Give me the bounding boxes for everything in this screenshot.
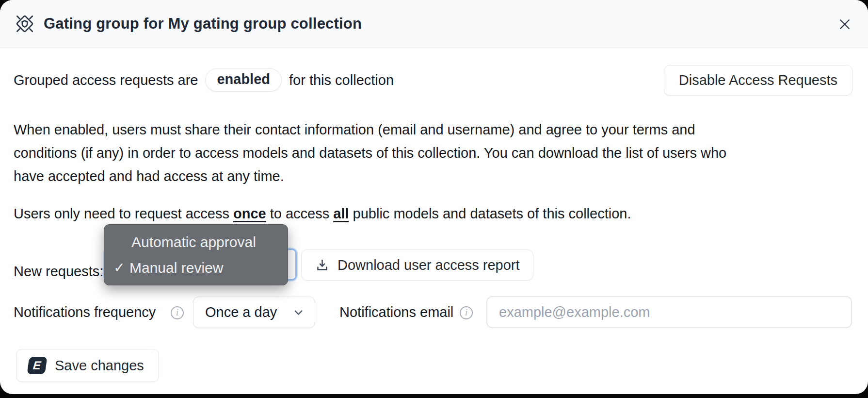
status-badge: enabled <box>205 68 282 92</box>
download-report-button[interactable]: Download user access report <box>301 249 533 281</box>
new-requests-label: New requests: <box>14 264 103 280</box>
close-button[interactable] <box>835 15 854 34</box>
notifications-email-input[interactable] <box>486 296 852 328</box>
modal-title: Gating group for My gating group collect… <box>44 15 362 33</box>
disable-access-requests-button[interactable]: Disable Access Requests <box>664 65 852 96</box>
note-once: once <box>233 206 266 221</box>
status-row: Grouped access requests are enabled for … <box>14 64 852 97</box>
note-part3: public models and datasets of this colle… <box>349 206 631 221</box>
email-info-icon[interactable]: i <box>460 306 473 319</box>
frequency-value: Once a day <box>205 304 277 320</box>
option-label: Manual review <box>128 260 223 276</box>
gating-group-modal: Gating group for My gating group collect… <box>0 0 868 394</box>
note-part2: to access <box>266 206 334 221</box>
status-suffix: for this collection <box>289 72 394 88</box>
option-label: Automatic approval <box>129 234 256 250</box>
enterprise-icon-letter: E <box>32 360 42 371</box>
download-report-label: Download user access report <box>338 257 520 273</box>
enterprise-icon: E <box>27 357 47 374</box>
chevron-down-icon <box>292 306 305 319</box>
close-icon <box>837 17 852 32</box>
dropdown-option-manual-review[interactable]: ✓ Manual review <box>104 255 288 281</box>
gate-shield-icon <box>15 14 35 34</box>
save-changes-button[interactable]: E Save changes <box>16 349 159 382</box>
note-all: all <box>333 206 349 221</box>
description-paragraph: When enabled, users must share their con… <box>14 118 749 188</box>
new-requests-dropdown: Automatic approval ✓ Manual review <box>104 224 288 285</box>
modal-header: Gating group for My gating group collect… <box>0 0 868 48</box>
checkmark-icon: ✓ <box>111 260 128 276</box>
save-changes-label: Save changes <box>55 358 144 374</box>
download-icon <box>315 258 330 273</box>
note-line: Users only need to request access once t… <box>14 206 789 222</box>
status-prefix: Grouped access requests are <box>14 72 198 88</box>
notifications-frequency-label: Notifications frequency <box>14 304 156 320</box>
status-text: Grouped access requests are enabled for … <box>14 68 394 92</box>
frequency-info-icon[interactable]: i <box>171 306 184 319</box>
frequency-select[interactable]: Once a day <box>193 297 315 328</box>
notifications-email-label: Notifications email <box>339 304 453 320</box>
note-part1: Users only need to request access <box>14 206 233 221</box>
dropdown-option-automatic-approval[interactable]: Automatic approval <box>104 229 288 255</box>
